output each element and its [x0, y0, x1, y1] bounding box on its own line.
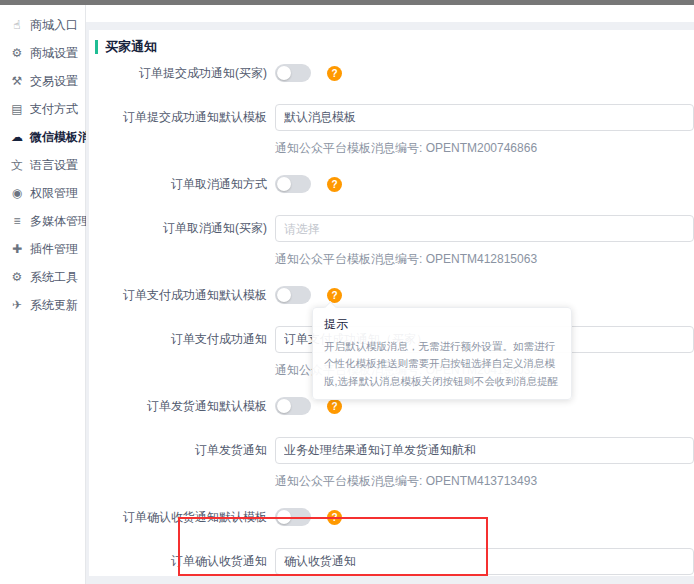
buyer-notification-panel: 买家通知 订单提交成功通知(买家) ? 订单提交成功通知默认模板 通知公众平台模…	[89, 30, 694, 576]
help-icon[interactable]: ?	[327, 399, 342, 414]
toggle-knob	[277, 288, 291, 302]
field-label: 订单取消通知(买家)	[95, 220, 267, 237]
sidebar-item-payment-methods[interactable]: ▤ 支付方式	[0, 95, 85, 123]
field-label: 订单提交成功通知默认模板	[95, 109, 267, 126]
sidebar-item-wechat-template-messages[interactable]: ☁ 微信模板消息	[0, 123, 85, 151]
sidebar-item-trade-settings[interactable]: ⚒ 交易设置	[0, 67, 85, 95]
help-tooltip: 提示 开启默认模版消息，无需进行额外设置。如需进行个性化模板推送则需要开启按钮选…	[312, 307, 572, 400]
sidebar-item-label: 商城入口	[30, 17, 78, 34]
card-icon: ▤	[9, 102, 25, 116]
plugin-icon: ✚	[9, 242, 25, 256]
sidebar-item-system-tools[interactable]: ⚙ 系统工具	[0, 263, 85, 291]
toggle-label: 订单确认收货通知默认模板	[95, 509, 267, 526]
content-area: 买家通知 订单提交成功通知(买家) ? 订单提交成功通知默认模板 通知公众平台模…	[86, 5, 694, 584]
sidebar-item-permission-management[interactable]: ◉ 权限管理	[0, 179, 85, 207]
order-confirm-receipt-toggle[interactable]	[275, 508, 311, 526]
gear-icon: ⚙	[9, 46, 25, 60]
order-pay-success-toggle[interactable]	[275, 286, 311, 304]
wrench-icon: ⚒	[9, 74, 25, 88]
sidebar-item-system-update[interactable]: ✈ 系统更新	[0, 291, 85, 319]
template-id-note: 通知公众平台模板消息编号: OPENTM200746866	[275, 140, 694, 157]
tools-icon: ⚙	[9, 270, 25, 284]
toggle-knob	[277, 510, 291, 524]
sidebar-item-mall-entrance[interactable]: ☝ 商城入口	[0, 11, 85, 39]
sidebar-item-label: 权限管理	[30, 185, 78, 202]
order-shipping-template-input[interactable]	[275, 437, 694, 464]
chat-bubble-icon: ☁	[9, 130, 25, 144]
sidebar-item-label: 支付方式	[30, 101, 78, 118]
help-icon[interactable]: ?	[327, 66, 342, 81]
field-label: 订单发货通知	[95, 442, 267, 459]
toggle-label: 订单发货通知默认模板	[95, 398, 267, 415]
sidebar-item-label: 语言设置	[30, 157, 78, 174]
paper-plane-icon: ✈	[9, 298, 25, 312]
field-label: 订单支付成功通知	[95, 331, 267, 348]
list-icon: ≡	[9, 214, 25, 228]
sidebar-item-label: 交易设置	[30, 73, 78, 90]
field-label: 订单确认收货通知	[95, 553, 267, 570]
order-submit-success-toggle[interactable]	[275, 64, 311, 82]
sidebar-item-label: 系统更新	[30, 297, 78, 314]
toggle-knob	[277, 399, 291, 413]
order-cancel-toggle[interactable]	[275, 175, 311, 193]
group-order-cancel: 订单取消通知方式 ? 订单取消通知(买家) 通知公众平台模板消息编号: OPEN…	[95, 175, 694, 268]
sidebar-item-label: 插件管理	[30, 241, 78, 258]
group-order-submit-success: 订单提交成功通知(买家) ? 订单提交成功通知默认模板 通知公众平台模板消息编号…	[95, 64, 694, 157]
group-order-confirm-receipt: 订单确认收货通知默认模板 ? 订单确认收货通知 通知公众平台模板消息编号: OP…	[95, 508, 694, 576]
section-title-text: 买家通知	[105, 38, 157, 56]
toggle-label: 订单取消通知方式	[95, 176, 267, 193]
section-title-buyer-notice: 买家通知	[95, 38, 694, 56]
translate-icon: 文	[9, 157, 25, 174]
sidebar-item-plugin-management[interactable]: ✚ 插件管理	[0, 235, 85, 263]
sidebar-item-multimedia-management[interactable]: ≡ 多媒体管理	[0, 207, 85, 235]
order-shipping-toggle[interactable]	[275, 397, 311, 415]
toggle-label: 订单支付成功通知默认模板	[95, 287, 267, 304]
group-order-shipping: 订单发货通知默认模板 ? 订单发货通知 通知公众平台模板消息编号: OPENTM…	[95, 397, 694, 490]
sidebar-item-label: 多媒体管理	[30, 213, 90, 230]
tooltip-body: 开启默认模版消息，无需进行额外设置。如需进行个性化模板推送则需要开启按钮选择自定…	[324, 338, 560, 390]
template-id-note: 通知公众平台模板消息编号: OPENTM413713493	[275, 473, 694, 490]
help-icon[interactable]: ?	[327, 510, 342, 525]
sidebar-item-label: 商城设置	[30, 45, 78, 62]
template-id-note: 通知公众平台模板消息编号: OPENTM412815063	[275, 251, 694, 268]
permission-icon: ◉	[9, 186, 25, 200]
order-cancel-template-select[interactable]	[275, 215, 694, 242]
cursor-icon: ☝	[9, 18, 25, 32]
tooltip-title: 提示	[324, 316, 560, 333]
sidebar-item-label: 系统工具	[30, 269, 78, 286]
help-icon[interactable]: ?	[327, 288, 342, 303]
sidebar-item-language-settings[interactable]: 文 语言设置	[0, 151, 85, 179]
toggle-knob	[277, 177, 291, 191]
help-icon[interactable]: ?	[327, 177, 342, 192]
toggle-label: 订单提交成功通知(买家)	[95, 65, 267, 82]
accent-bar	[95, 40, 98, 54]
sidebar: ☝ 商城入口 ⚙ 商城设置 ⚒ 交易设置 ▤ 支付方式 ☁ 微信模板消息 文 语…	[0, 5, 86, 584]
sidebar-item-mall-settings[interactable]: ⚙ 商城设置	[0, 39, 85, 67]
content-topbar	[86, 5, 694, 22]
toggle-knob	[277, 66, 291, 80]
order-submit-template-input[interactable]	[275, 104, 694, 131]
order-confirm-receipt-template-input[interactable]	[275, 548, 694, 575]
